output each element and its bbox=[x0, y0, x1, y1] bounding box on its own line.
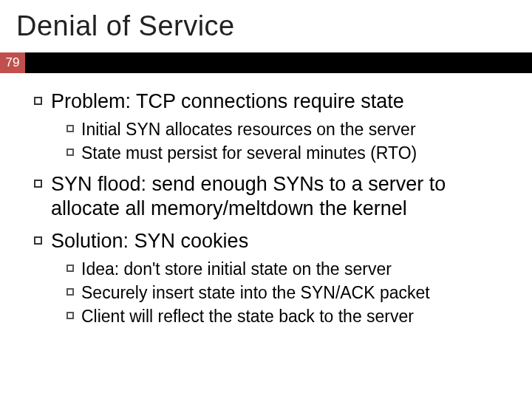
bullet-level2: Idea: don't store initial state on the s… bbox=[66, 259, 510, 281]
slide: Denial of Service 79 Problem: TCP connec… bbox=[0, 0, 532, 399]
bullet-level1: SYN flood: send enough SYNs to a server … bbox=[34, 172, 510, 222]
square-bullet-icon bbox=[66, 288, 74, 296]
bullet-text: Idea: don't store initial state on the s… bbox=[81, 259, 392, 281]
bullet-text: Initial SYN allocates resources on the s… bbox=[81, 119, 416, 141]
square-bullet-icon bbox=[66, 265, 74, 272]
bullet-level1: Solution: SYN cookies bbox=[34, 229, 510, 254]
slide-number: 79 bbox=[0, 52, 25, 73]
bullet-text: Securely insert state into the SYN/ACK p… bbox=[81, 282, 430, 304]
bullet-level2: Initial SYN allocates resources on the s… bbox=[66, 119, 510, 141]
bullet-text: Client will reflect the state back to th… bbox=[81, 306, 414, 328]
slide-title: Denial of Service bbox=[0, 0, 532, 52]
bullet-level2: State must persist for several minutes (… bbox=[66, 143, 510, 165]
square-bullet-icon bbox=[34, 180, 42, 188]
bullet-text: Solution: SYN cookies bbox=[51, 229, 248, 254]
square-bullet-icon bbox=[66, 312, 74, 319]
bullet-text: SYN flood: send enough SYNs to a server … bbox=[51, 172, 510, 222]
bullet-text: Problem: TCP connections require state bbox=[51, 89, 404, 115]
bullet-level2: Securely insert state into the SYN/ACK p… bbox=[66, 282, 510, 304]
slide-content: Problem: TCP connections require state I… bbox=[0, 73, 532, 327]
square-bullet-icon bbox=[66, 149, 74, 156]
bullet-level2: Client will reflect the state back to th… bbox=[66, 306, 510, 328]
bullet-level1: Problem: TCP connections require state bbox=[34, 89, 510, 115]
square-bullet-icon bbox=[34, 236, 42, 245]
header-bar: 79 bbox=[0, 52, 532, 73]
bullet-text: State must persist for several minutes (… bbox=[81, 143, 417, 165]
square-bullet-icon bbox=[66, 125, 74, 132]
square-bullet-icon bbox=[34, 97, 42, 105]
